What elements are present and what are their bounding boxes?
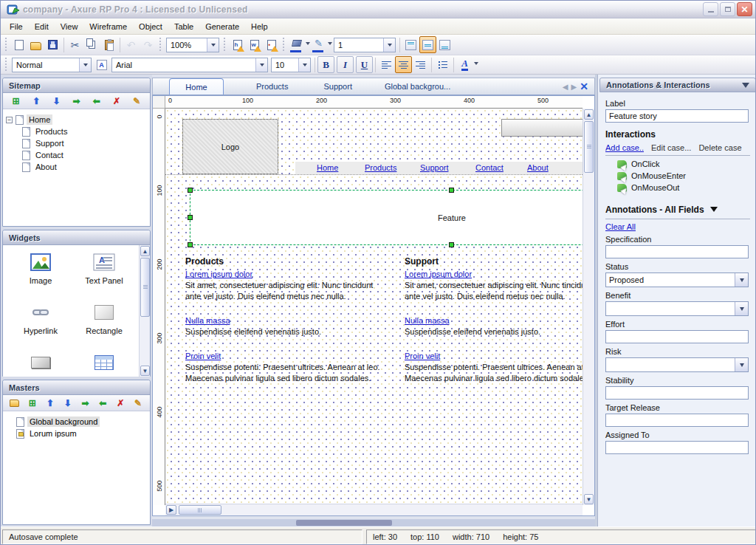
sitemap-node-about[interactable]: About [6, 161, 147, 173]
status-dropdown-icon[interactable] [735, 273, 748, 287]
text-link[interactable]: Lorem ipsum dolor [185, 269, 252, 279]
all-fields-dropdown-icon[interactable] [710, 207, 718, 216]
risk-select[interactable] [605, 357, 749, 372]
nav-link-about[interactable]: About [527, 163, 549, 172]
font-color-dropdown-icon[interactable] [474, 62, 478, 67]
menu-edit[interactable]: Edit [29, 20, 55, 33]
text-link[interactable]: Lorem ipsum dolor [405, 269, 472, 279]
splitter-thumb[interactable] [296, 520, 392, 526]
add-master-button[interactable]: ⊞ [26, 397, 39, 410]
benefit-select[interactable] [605, 301, 749, 316]
font-color-button[interactable]: A [456, 56, 473, 73]
delete-master-button[interactable]: ✗ [114, 397, 127, 410]
widget-button[interactable] [9, 352, 72, 377]
tab-support[interactable]: Support [313, 78, 362, 95]
nav-link-support[interactable]: Support [420, 163, 449, 172]
annotations-header[interactable]: Annotations & Interactions [599, 78, 756, 92]
text-link[interactable]: Nulla massa [185, 315, 230, 326]
style-combobox[interactable]: Normal [12, 58, 92, 72]
scroll-down-icon[interactable]: ▼ [140, 366, 150, 376]
text-link[interactable]: Proin velit [185, 351, 221, 361]
menu-view[interactable]: View [55, 20, 84, 33]
status-select[interactable]: Proposed [605, 272, 749, 287]
delete-case-link[interactable]: Delete case [698, 143, 741, 152]
widget-image[interactable]: Image [9, 251, 72, 285]
style-editor-button[interactable]: A [93, 56, 110, 73]
move-down-button[interactable]: ⬇ [49, 95, 63, 108]
align-right-button[interactable] [412, 56, 429, 73]
menu-object[interactable]: Object [133, 20, 168, 33]
bottom-splitter[interactable] [152, 519, 595, 527]
text-link[interactable]: Proin velit [405, 351, 440, 361]
align-center-button[interactable] [395, 56, 412, 73]
generate-image-button[interactable]: ▪ [263, 36, 280, 53]
scrollbar-thumb[interactable] [140, 258, 150, 317]
valign-middle-button[interactable] [419, 36, 436, 53]
event-onmouseenter[interactable]: OnMouseEnter [617, 170, 750, 182]
new-button[interactable] [10, 36, 27, 53]
sitemap-node-contact[interactable]: Contact [6, 149, 147, 161]
indent-button[interactable]: ➡ [69, 95, 83, 108]
fill-color-button[interactable] [288, 36, 305, 53]
logo-placeholder[interactable]: Logo [182, 119, 278, 174]
nav-link-home[interactable]: Home [317, 163, 338, 172]
font-size-dropdown-icon[interactable] [298, 58, 310, 72]
selection-handle-bottom-left[interactable] [188, 242, 193, 247]
widget-hyperlink[interactable]: Hyperlink [9, 301, 72, 335]
underline-button[interactable]: U [356, 56, 373, 73]
open-button[interactable] [27, 36, 44, 53]
close-button[interactable]: ✕ [737, 2, 752, 16]
italic-button[interactable]: I [337, 56, 354, 73]
target-release-input[interactable] [605, 414, 749, 427]
support-text-block[interactable]: Support Lorem ipsum dolor Sit amet, cons… [405, 256, 583, 397]
menu-table[interactable]: Table [168, 20, 199, 33]
selection-handle-top-middle[interactable] [449, 188, 454, 193]
selection-handle-top-left[interactable] [188, 188, 193, 193]
master-item-global-background[interactable]: Global background [6, 416, 147, 428]
wireframe-canvas[interactable]: Logo Home Products Support Contact About… [165, 109, 583, 505]
generate-html-button[interactable]: h [229, 36, 246, 53]
feature-rectangle-selected[interactable]: Feature [190, 190, 583, 245]
outdent-button[interactable]: ⬅ [96, 397, 109, 410]
products-text-block[interactable]: Products Lorem ipsum dolor Sit amet, con… [185, 256, 383, 397]
assigned-to-input[interactable] [605, 441, 749, 454]
outdent-button[interactable]: ⬅ [90, 95, 103, 108]
line-width-combobox[interactable]: 1 [334, 38, 396, 52]
minimize-button[interactable] [703, 2, 718, 16]
add-page-button[interactable]: ⊞ [10, 95, 23, 108]
font-combobox[interactable]: Arial [111, 58, 268, 72]
style-dropdown-icon[interactable] [79, 58, 91, 72]
new-folder-button[interactable] [8, 397, 21, 410]
selection-handle-middle-left[interactable] [188, 215, 193, 220]
font-dropdown-icon[interactable] [255, 58, 267, 72]
tab-close-icon[interactable]: ✕ [580, 81, 588, 92]
menu-generate[interactable]: Generate [199, 20, 245, 33]
nav-link-products[interactable]: Products [365, 163, 396, 172]
move-up-button[interactable]: ⬆ [44, 397, 57, 410]
bullet-list-button[interactable] [434, 56, 451, 73]
line-color-button[interactable]: ✎ [310, 36, 327, 53]
stability-input[interactable] [605, 386, 749, 400]
nav-link-contact[interactable]: Contact [475, 163, 504, 172]
widget-text-panel[interactable]: A Text Panel [72, 251, 136, 285]
scroll-right-icon[interactable]: ▶ [166, 505, 176, 515]
menu-help[interactable]: Help [245, 20, 274, 33]
sitemap-node-support[interactable]: Support [6, 137, 147, 149]
edit-page-button[interactable]: ✎ [130, 95, 143, 108]
clear-all-link[interactable]: Clear All [605, 222, 636, 231]
label-input[interactable] [605, 109, 749, 123]
tab-scroll-right-icon[interactable]: ▶ [571, 83, 577, 91]
generate-word-button[interactable]: w [246, 36, 263, 53]
benefit-dropdown-icon[interactable] [735, 302, 748, 315]
valign-top-button[interactable] [402, 36, 419, 53]
move-down-button[interactable]: ⬇ [61, 397, 75, 410]
sitemap-node-home[interactable]: − Home [6, 114, 147, 126]
add-case-link[interactable]: Add case.. [605, 143, 644, 152]
save-button[interactable] [44, 36, 61, 53]
copy-button[interactable] [83, 36, 100, 53]
header-rectangle[interactable] [501, 119, 583, 137]
scrollbar-thumb[interactable] [179, 505, 221, 515]
tab-scroll-left-icon[interactable]: ◀ [563, 83, 568, 91]
panel-dropdown-icon[interactable] [742, 83, 749, 92]
paste-button[interactable] [100, 36, 117, 53]
